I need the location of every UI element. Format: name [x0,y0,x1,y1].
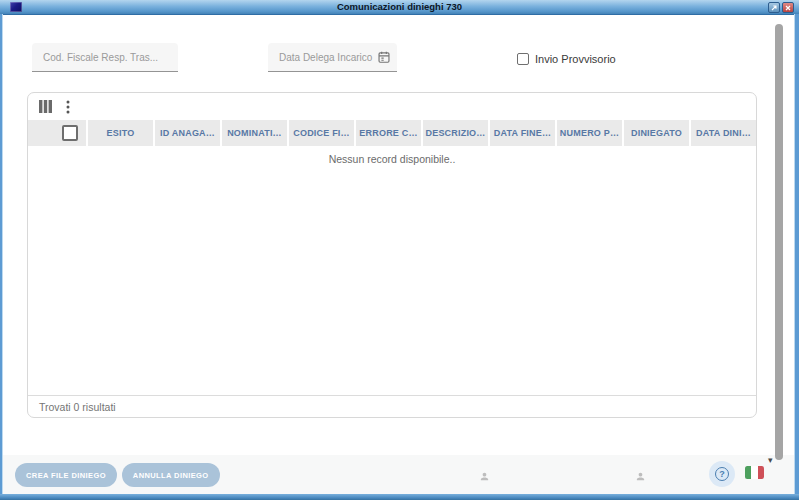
column-header-esito[interactable]: ESITO [88,120,153,146]
window-frame-right [794,14,799,500]
select-all-cell [28,120,86,146]
column-header-data-diniego[interactable]: DATA DINI… [691,120,756,146]
cod-fiscale-field-wrap [32,43,178,72]
results-grid: ESITO ID ANAGA… NOMINATI… CODICE FI… ERR… [27,92,757,418]
data-delega-field-wrap [268,43,397,72]
help-icon: ? [715,467,729,481]
maximize-button[interactable] [768,2,780,13]
maximize-icon [770,4,778,12]
invio-provvisorio-label: Invio Provvisorio [535,53,616,65]
window-frame-left [0,14,3,500]
column-header-id-anagrafica[interactable]: ID ANAGA… [155,120,220,146]
column-header-errore[interactable]: ERRORE C… [356,120,421,146]
column-header-data-fine[interactable]: DATA FINE… [490,120,555,146]
window-title: Comunicazioni dinieghi 730 [0,0,799,14]
vertical-scrollbar-thumb[interactable] [775,24,783,460]
person-icon [635,471,646,482]
grid-footer: Trovati 0 risultati [28,395,756,417]
results-count-text: Trovati 0 risultati [39,401,116,413]
language-flag-italy[interactable] [745,466,764,479]
help-button[interactable]: ? [709,461,735,487]
calendar-icon[interactable] [377,50,391,64]
column-header-descrizione[interactable]: DESCRIZIO… [423,120,488,146]
action-buttons: CREA FILE DINIEGO ANNULLA DINIEGO [15,463,220,487]
column-header-codice-fiscale[interactable]: CODICE FI… [289,120,354,146]
crea-file-diniego-button[interactable]: CREA FILE DINIEGO [15,463,117,487]
bottom-action-bar: CREA FILE DINIEGO ANNULLA DINIEGO ? ▾ [3,455,794,494]
close-button[interactable] [782,2,794,13]
person-icon [479,471,490,482]
column-header-nominativo[interactable]: NOMINATI… [222,120,287,146]
invio-provvisorio-checkbox-row[interactable]: Invio Provvisorio [517,51,616,67]
column-header-numero-protocollo[interactable]: NUMERO P… [557,120,622,146]
caret-down-icon[interactable]: ▾ [768,455,773,465]
invio-provvisorio-checkbox[interactable] [517,53,529,65]
select-all-checkbox[interactable] [62,125,78,141]
empty-records-message: Nessun record disponibile.. [28,153,756,165]
more-vert-icon[interactable] [61,100,75,114]
grid-header-row: ESITO ID ANAGA… NOMINATI… CODICE FI… ERR… [28,120,756,146]
window-frame-bottom [0,494,799,500]
annulla-diniego-button[interactable]: ANNULLA DINIEGO [122,463,220,487]
cod-fiscale-input[interactable] [32,43,178,71]
column-header-diniegato[interactable]: DINIEGATO [624,120,689,146]
grid-body: Nessun record disponibile.. [28,146,756,395]
close-icon [784,4,792,12]
window: Comunicazioni dinieghi 730 Invio Provvis… [0,0,799,500]
titlebar[interactable]: Comunicazioni dinieghi 730 [0,0,799,15]
column-chooser-icon[interactable] [38,100,52,114]
grid-toolbar [28,93,756,120]
